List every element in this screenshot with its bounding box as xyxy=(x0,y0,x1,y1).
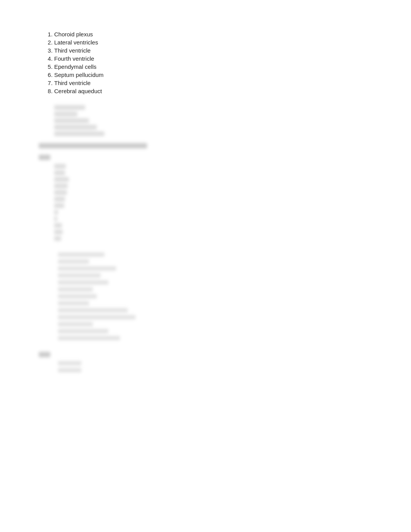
list-item-5: Ependymal cells xyxy=(54,63,372,70)
ventricle-list: Choroid plexus Lateral ventricles Third … xyxy=(39,31,372,94)
list-item-7: Third ventricle xyxy=(54,80,372,86)
blurred-section-4 xyxy=(39,361,372,372)
blurred-section-3 xyxy=(39,252,372,340)
list-item-1: Choroid plexus xyxy=(54,31,372,38)
blurred-section-header xyxy=(39,143,372,148)
blurred-section-1 xyxy=(39,105,372,136)
list-item-6: Septum pellucidum xyxy=(54,72,372,78)
blurred-section-2 xyxy=(39,164,372,241)
blurred-section-num-2 xyxy=(39,352,372,357)
list-item-2: Lateral ventricles xyxy=(54,39,372,46)
list-item-3: Third ventricle xyxy=(54,47,372,54)
blurred-section-num-1 xyxy=(39,155,372,160)
list-item-8: Cerebral aqueduct xyxy=(54,88,372,94)
list-item-4: Fourth ventricle xyxy=(54,55,372,62)
main-list: Choroid plexus Lateral ventricles Third … xyxy=(39,31,372,94)
